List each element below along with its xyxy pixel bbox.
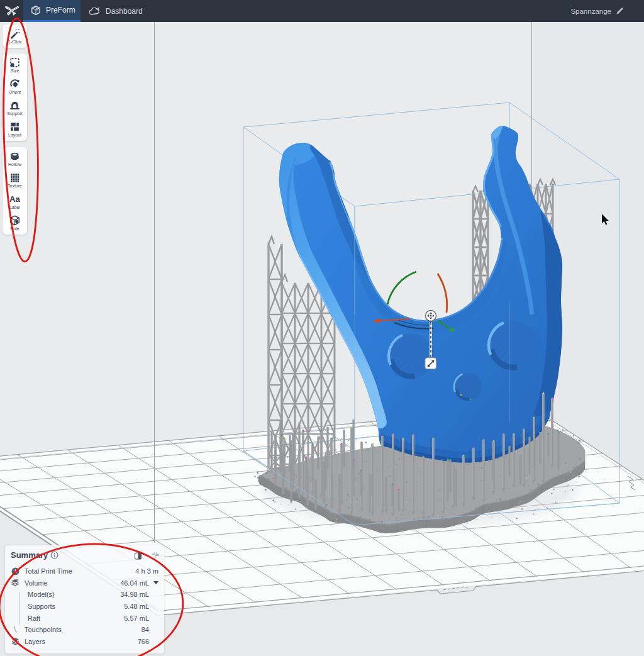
svg-text:Aa: Aa xyxy=(9,194,20,204)
